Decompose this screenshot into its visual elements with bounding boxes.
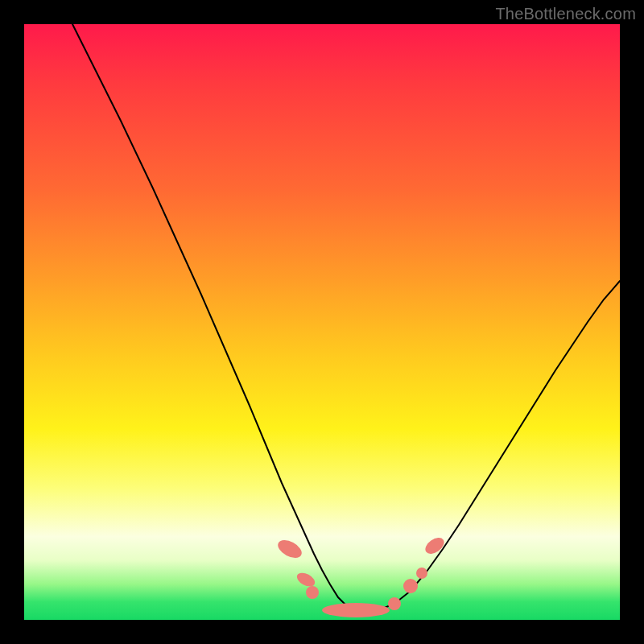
curve-marker: [322, 603, 390, 617]
curve-marker: [416, 568, 427, 579]
watermark-text: TheBottleneck.com: [495, 5, 636, 23]
bottleneck-curve: [72, 24, 620, 612]
curve-layer: [72, 24, 620, 612]
curve-marker: [388, 597, 401, 610]
chart-stage: TheBottleneck.com: [0, 0, 644, 644]
curve-marker: [306, 586, 319, 599]
chart-overlay: [24, 24, 620, 620]
curve-marker: [275, 537, 305, 562]
curve-marker: [403, 579, 418, 593]
curve-marker: [423, 535, 447, 557]
marker-layer: [275, 535, 448, 617]
